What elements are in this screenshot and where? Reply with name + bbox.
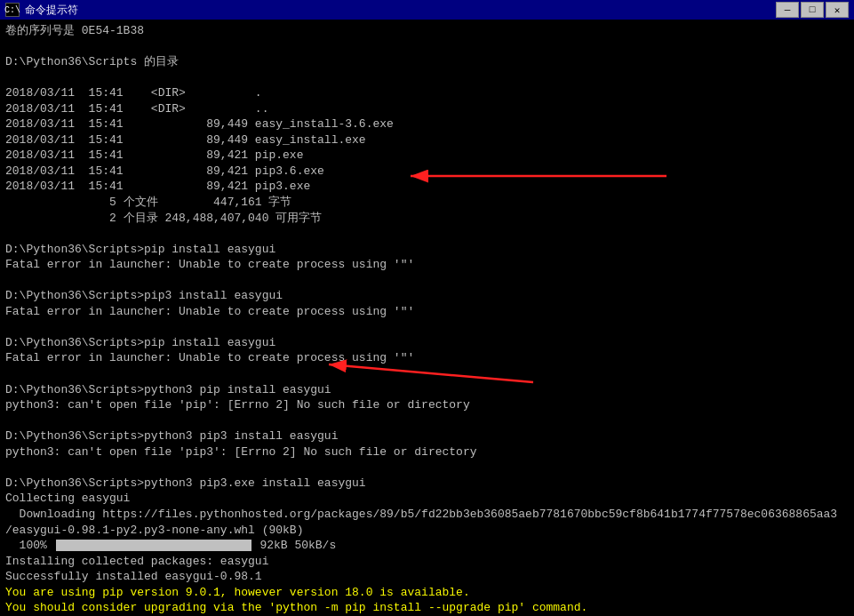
- terminal-line: 5 个文件 447,161 字节: [5, 195, 849, 211]
- terminal-line: 2018/03/11 15:41 89,421 pip.exe: [5, 148, 849, 164]
- terminal-line-warning1: You are using pip version 9.0.1, however…: [5, 585, 849, 601]
- titlebar-buttons: — □ ✕: [776, 2, 849, 18]
- terminal-line: D:\Python36\Scripts 的目录: [5, 54, 849, 70]
- terminal-progress-line: 100% 92kB 50kB/s: [5, 538, 849, 554]
- titlebar-left: C:\ 命令提示符: [5, 3, 78, 18]
- terminal-line: [5, 39, 849, 55]
- terminal-line: D:\Python36\Scripts>python3 pip3.exe ins…: [5, 476, 849, 492]
- terminal-line: 2 个目录 248,488,407,040 可用字节: [5, 211, 849, 227]
- terminal-line: Fatal error in launcher: Unable to creat…: [5, 350, 849, 366]
- terminal-line: 2018/03/11 15:41 89,421 pip3.6.exe: [5, 164, 849, 180]
- terminal-line: 2018/03/11 15:41 <DIR> .: [5, 85, 849, 101]
- terminal-line: [5, 226, 849, 242]
- terminal-line: [5, 70, 849, 86]
- close-button[interactable]: ✕: [826, 2, 849, 18]
- terminal-line: D:\Python36\Scripts>pip3 install easygui: [5, 288, 849, 304]
- terminal-line: Collecting easygui: [5, 491, 849, 507]
- terminal-line: [5, 319, 849, 335]
- app-icon: C:\: [5, 3, 20, 17]
- terminal-line: python3: can't open file 'pip3': [Errno …: [5, 444, 849, 460]
- terminal-line-pip3-cmd: D:\Python36\Scripts>python3 pip3 install…: [5, 428, 849, 444]
- terminal-line: D:\Python36\Scripts>pip install easygui: [5, 242, 849, 258]
- progress-bar: [56, 540, 251, 551]
- titlebar-title: 命令提示符: [25, 3, 78, 18]
- terminal-line: Fatal error in launcher: Unable to creat…: [5, 304, 849, 320]
- terminal-line-warning2: You should consider upgrading via the 'p…: [5, 600, 849, 616]
- restore-button[interactable]: □: [801, 2, 824, 18]
- terminal-line: 2018/03/11 15:41 89,449 easy_install-3.6…: [5, 116, 849, 132]
- terminal-line: D:\Python36\Scripts>python3 pip install …: [5, 382, 849, 398]
- terminal-line: Successfully installed easygui-0.98.1: [5, 569, 849, 585]
- titlebar: C:\ 命令提示符 — □ ✕: [0, 0, 854, 20]
- terminal-line: Installing collected packages: easygui: [5, 554, 849, 570]
- minimize-button[interactable]: —: [776, 2, 799, 18]
- terminal-line: [5, 413, 849, 429]
- terminal-line: Downloading https://files.pythonhosted.o…: [5, 507, 849, 523]
- terminal-line: 卷的序列号是 0E54-1B38: [5, 23, 849, 39]
- terminal-window: 卷的序列号是 0E54-1B38 D:\Python36\Scripts 的目录…: [0, 20, 854, 616]
- terminal-line: python3: can't open file 'pip': [Errno 2…: [5, 397, 849, 413]
- terminal-line: 2018/03/11 15:41 89,449 easy_install.exe: [5, 132, 849, 148]
- terminal-line: /easygui-0.98.1-py2.py3-none-any.whl (90…: [5, 523, 849, 539]
- terminal-line: 2018/03/11 15:41 <DIR> ..: [5, 101, 849, 117]
- terminal-line: [5, 273, 849, 289]
- terminal-line: D:\Python36\Scripts>pip install easygui: [5, 335, 849, 351]
- terminal-line-pip3: 2018/03/11 15:41 89,421 pip3.exe: [5, 179, 849, 195]
- terminal-line: [5, 460, 849, 476]
- terminal-line: [5, 366, 849, 382]
- terminal-line: Fatal error in launcher: Unable to creat…: [5, 257, 849, 273]
